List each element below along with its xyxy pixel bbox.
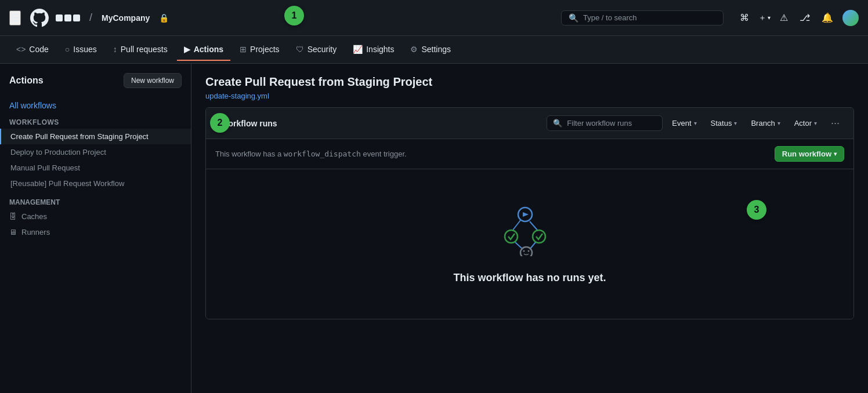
tab-projects-label: Projects [250, 45, 280, 54]
svg-point-9 [523, 250, 525, 252]
gear-icon: ⚙ [410, 45, 418, 54]
database-icon: 🗄 [9, 212, 17, 221]
svg-line-2 [512, 220, 520, 231]
more-options-btn[interactable]: ··· [826, 115, 844, 132]
main-content: Create Pull Request from Staging Project… [191, 64, 868, 393]
sidebar-item-runners[interactable]: 🖥 Runners [0, 224, 191, 240]
trigger-message: This workflow has a workflow_dispatch ev… [215, 150, 407, 158]
sidebar-header: Actions New workflow [0, 73, 191, 97]
runs-count: 0 workflow runs [215, 119, 277, 128]
filter-placeholder: Filter workflow runs [567, 119, 632, 128]
tab-issues-label: Issues [73, 45, 96, 54]
sidebar: Actions New workflow All workflows Workf… [0, 64, 191, 393]
runs-container: 0 workflow runs 🔍 Filter workflow runs E… [205, 107, 854, 319]
topnav-right-icons: ⌘ ＋ ▾ ⚠ ⎇ 🔔 [737, 10, 859, 26]
new-workflow-button[interactable]: New workflow [124, 73, 182, 88]
status-filter-btn[interactable]: Status ▾ [706, 117, 742, 130]
workflow-icon [501, 204, 559, 256]
shield-icon: 🛡 [296, 45, 304, 54]
issues-icon-btn[interactable]: ⚠ [777, 10, 790, 26]
server-icon: 🖥 [9, 228, 17, 236]
sidebar-item-deploy-prod[interactable]: Deploy to Production Project [0, 144, 191, 160]
org-name[interactable]: MyCompany [102, 13, 150, 23]
layout: Actions New workflow All workflows Workf… [0, 64, 868, 393]
tab-issues[interactable]: ○ Issues [58, 39, 104, 61]
tab-pr-label: Pull requests [121, 45, 168, 54]
event-filter-btn[interactable]: Event ▾ [667, 117, 701, 130]
lock-icon: 🔒 [159, 13, 169, 23]
tab-code[interactable]: <> Code [9, 39, 56, 61]
repo-icon-squares [56, 14, 80, 21]
tab-settings[interactable]: ⚙ Settings [403, 39, 458, 61]
svg-line-3 [530, 221, 538, 231]
issue-icon: ○ [65, 45, 70, 54]
tab-actions-label: Actions [194, 45, 223, 54]
github-logo [30, 9, 49, 27]
branch-caret-icon: ▾ [777, 120, 780, 126]
workflow-file-link[interactable]: update-staging.yml [205, 92, 269, 100]
tab-actions[interactable]: ▶ Actions [177, 39, 230, 61]
sidebar-item-create-pr[interactable]: Create Pull Request from Staging Project [0, 129, 191, 144]
run-caret-icon: ▾ [834, 151, 837, 157]
sidebar-item-caches[interactable]: 🗄 Caches [0, 209, 191, 224]
sidebar-item-manual-pr[interactable]: Manual Pull Request [0, 160, 191, 176]
filter-search-input[interactable]: 🔍 Filter workflow runs [547, 115, 663, 131]
trigger-info-bar: This workflow has a workflow_dispatch ev… [206, 139, 853, 169]
subnav: <> Code ○ Issues ↕ Pull requests ▶ Actio… [0, 36, 868, 64]
topnav: ☰ / MyCompany 🔒 🔍 Type / to search ⌘ ＋ ▾… [0, 0, 868, 36]
empty-state: This workflow has no runs yet. [206, 169, 853, 319]
sidebar-title: Actions [9, 75, 44, 86]
runs-toolbar: 0 workflow runs 🔍 Filter workflow runs E… [206, 108, 853, 139]
trigger-code: workflow_dispatch [284, 150, 361, 158]
tab-insights[interactable]: 📈 Insights [346, 39, 401, 61]
tab-pull-requests[interactable]: ↕ Pull requests [106, 39, 175, 61]
tab-settings-label: Settings [421, 45, 451, 54]
page-title: Create Pull Request from Staging Project [205, 75, 432, 89]
hamburger-button[interactable]: ☰ [9, 10, 21, 26]
search-icon: 🔍 [569, 13, 578, 23]
empty-state-illustration [501, 204, 559, 258]
workflows-section-label: Workflows [0, 114, 191, 129]
search-bar[interactable]: 🔍 Type / to search [561, 10, 724, 26]
main-header: Create Pull Request from Staging Project… [191, 64, 868, 107]
svg-point-4 [505, 230, 518, 243]
svg-point-5 [533, 230, 545, 243]
search-placeholder: Type / to search [583, 13, 637, 22]
sidebar-item-reusable-pr[interactable]: [Reusable] Pull Request Workflow [0, 176, 191, 191]
run-workflow-button[interactable]: Run workflow ▾ [775, 146, 844, 162]
caret-icon: ▾ [768, 14, 771, 21]
table-icon: ⊞ [240, 45, 247, 54]
actor-filter-btn[interactable]: Actor ▾ [790, 117, 822, 130]
avatar[interactable] [842, 10, 859, 26]
branch-filter-btn[interactable]: Branch ▾ [746, 117, 784, 130]
play-icon: ▶ [184, 45, 190, 54]
svg-point-10 [528, 250, 530, 252]
tab-insights-label: Insights [366, 45, 394, 54]
graph-icon: 📈 [353, 45, 363, 54]
pull-requests-icon-btn[interactable]: ⎇ [797, 10, 812, 26]
event-caret-icon: ▾ [694, 120, 697, 126]
tab-security-label: Security [308, 45, 337, 54]
command-palette-btn[interactable]: ⌘ [737, 10, 751, 26]
actor-caret-icon: ▾ [814, 120, 817, 126]
svg-marker-1 [523, 212, 529, 217]
tab-security[interactable]: 🛡 Security [289, 39, 344, 61]
code-icon: <> [16, 45, 26, 54]
empty-state-text: This workflow has no runs yet. [453, 272, 606, 284]
runs-toolbar-right: 🔍 Filter workflow runs Event ▾ Status ▾ … [547, 115, 844, 132]
filter-search-icon: 🔍 [553, 119, 562, 128]
create-new-btn[interactable]: ＋ ▾ [758, 13, 771, 23]
notifications-icon-btn[interactable]: 🔔 [819, 10, 836, 26]
tab-projects[interactable]: ⊞ Projects [233, 39, 287, 61]
plus-icon: ＋ [758, 13, 766, 23]
breadcrumb-slash: / [89, 12, 92, 24]
status-caret-icon: ▾ [734, 120, 737, 126]
pull-request-icon: ↕ [113, 45, 117, 54]
tab-code-label: Code [29, 45, 48, 54]
all-workflows-link[interactable]: All workflows [0, 97, 191, 114]
management-section-label: Management [0, 191, 191, 209]
